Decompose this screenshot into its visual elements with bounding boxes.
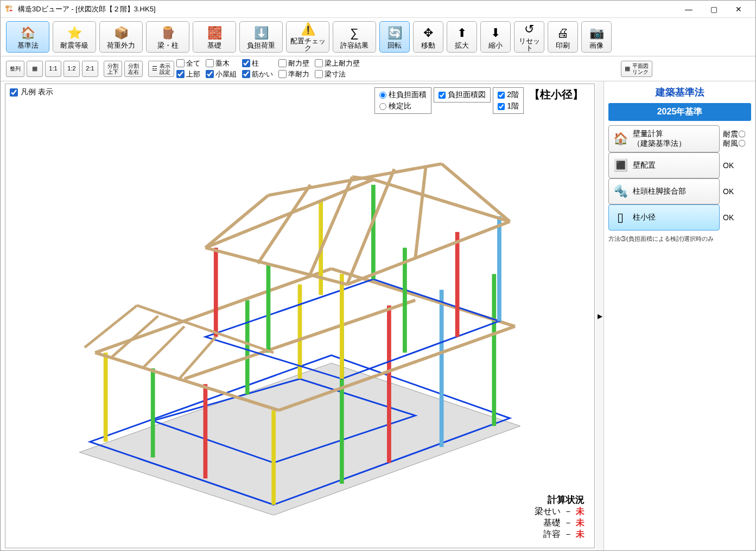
check-全て[interactable]: 全て (176, 59, 200, 68)
ratio-1:2[interactable]: 1:2 (63, 61, 80, 77)
ratio-2:1[interactable]: 2:1 (82, 61, 98, 77)
rpanel-note: 方法③(負担面積による検討)選択時のみ (608, 235, 751, 243)
toolbar-移動[interactable]: ✥移動 (413, 21, 443, 53)
calc-status-title: 計算状況 (535, 494, 585, 506)
svg-line-13 (95, 353, 278, 410)
回転-icon: 🔄 (385, 25, 404, 41)
window-title: 構造3Dビューア - [伏図次郎【２階】3.HK5] (18, 4, 676, 14)
rpanel-badge: 2025年基準 (608, 103, 751, 121)
svg-line-32 (205, 195, 268, 248)
rp-button-柱小径[interactable]: ▯柱小径 (608, 204, 720, 230)
view-title: 【柱小径】 (526, 87, 587, 102)
toolbar-拡大[interactable]: ⬆拡大 (447, 21, 477, 53)
svg-line-34 (310, 177, 352, 274)
svg-line-43 (179, 337, 216, 379)
rp-icon: 🔩 (612, 183, 628, 200)
display-settings-button[interactable]: ☲ 表示 設定 (148, 61, 174, 77)
svg-line-29 (373, 180, 510, 221)
toolbar-負担荷重[interactable]: ⬇️負担荷重 (239, 21, 283, 53)
close-button[interactable]: ✕ (726, 1, 751, 17)
toolbar-許容結果[interactable]: ∑許容結果 (333, 21, 376, 53)
toolbar-回転[interactable]: 🔄回転 (379, 21, 410, 53)
check-小屋組[interactable]: 小屋組 (206, 69, 237, 79)
印刷-icon: 🖨 (554, 25, 572, 41)
負担荷重-icon: ⬇️ (252, 25, 270, 41)
legend-label: 凡例 表示 (21, 87, 53, 97)
check-耐力壁[interactable]: 耐力壁 (278, 59, 309, 68)
rp-button-壁配置[interactable]: 🔳壁配置 (608, 152, 720, 178)
minimize-button[interactable]: ― (676, 1, 701, 17)
許容結果-icon: ∑ (345, 25, 364, 41)
main-toolbar: 🏠基準法⭐耐震等級📦荷重外力🪵梁・柱🧱基礎⬇️負担荷重⚠️配置チェック∑許容結果… (1, 18, 755, 56)
svg-line-37 (442, 164, 510, 221)
svg-line-31 (268, 164, 441, 195)
rp-item-壁量計算: 🏠壁量計算 （建築基準法）耐震〇 耐風〇 (608, 125, 751, 152)
calc-status: 計算状況 梁せい－未基礎－未許容－未 (535, 494, 585, 540)
toolbar-リセット[interactable]: ↺リセット (514, 21, 544, 53)
rp-button-柱頭柱脚接合部[interactable]: 🔩柱頭柱脚接合部 (608, 178, 720, 204)
svg-line-36 (415, 166, 425, 258)
リセット-icon: ↺ (520, 22, 538, 36)
titlebar: 🏗️ 構造3Dビューア - [伏図次郎【２階】3.HK5] ― ▢ ✕ (1, 1, 755, 18)
house-3d-scene (11, 117, 589, 515)
toolbar-荷重外力[interactable]: 📦荷重外力 (99, 21, 143, 53)
toolbar-梁・柱[interactable]: 🪵梁・柱 (146, 21, 189, 53)
check-筋かい[interactable]: 筋かい (242, 69, 273, 79)
梁・柱-icon: 🪵 (158, 25, 177, 41)
radio-柱負担面積[interactable]: 柱負担面積 (379, 90, 427, 100)
移動-icon: ✥ (419, 25, 437, 41)
配置チェック-icon: ⚠️ (298, 22, 317, 36)
viewport-3d[interactable]: 凡例 表示 柱負担面積検定比 負担面積図 2階1階 【柱小径】 (5, 84, 595, 548)
plan-link-button[interactable]: ▦ 平面図 リンク (621, 61, 652, 77)
toolbar-縮小[interactable]: ⬇縮小 (480, 21, 511, 53)
rp-status: OK (723, 213, 751, 222)
check-準耐力[interactable]: 準耐力 (278, 69, 309, 79)
基準法-icon: 🏠 (18, 25, 37, 41)
house-render (11, 117, 589, 515)
floor-checks: 2階1階 (493, 87, 524, 114)
縮小-icon: ⬇ (486, 25, 505, 41)
toolbar-基準法[interactable]: 🏠基準法 (6, 21, 49, 53)
rp-item-柱小径: ▯柱小径OK (608, 204, 751, 230)
align-button[interactable]: 整列 (6, 61, 24, 77)
right-panel: 建築基準法 2025年基準 🏠壁量計算 （建築基準法）耐震〇 耐風〇🔳壁配置OK… (603, 81, 755, 550)
split-lr-button[interactable]: 分割 左右 (124, 61, 143, 77)
荷重外力-icon: 📦 (112, 25, 130, 41)
status-row-許容: 許容－未 (535, 529, 585, 540)
rp-button-壁量計算[interactable]: 🏠壁量計算 （建築基準法） (608, 125, 720, 152)
check-柱[interactable]: 柱 (242, 59, 273, 68)
floor-2階[interactable]: 2階 (498, 90, 519, 100)
maximize-button[interactable]: ▢ (701, 1, 726, 17)
split-tb-button[interactable]: 分割 上下 (104, 61, 122, 77)
svg-line-27 (205, 248, 347, 285)
list-icon: ☲ (152, 65, 157, 72)
rp-status: OK (723, 161, 751, 170)
grid-layout-button[interactable]: ▦ (27, 61, 43, 77)
check-垂木[interactable]: 垂木 (206, 59, 237, 68)
check-梁上耐力壁[interactable]: 梁上耐力壁 (315, 59, 360, 68)
panel-collapse-handle[interactable]: ▶ (596, 81, 603, 550)
拡大-icon: ⬆ (453, 25, 471, 41)
toolbar-画像[interactable]: 📷画像 (581, 21, 612, 53)
area-diagram-box: 負担面積図 (434, 87, 491, 102)
radio-検定比[interactable]: 検定比 (379, 101, 427, 111)
toolbar-配置チェック[interactable]: ⚠️配置チェック (286, 21, 329, 53)
画像-icon: 📷 (587, 25, 606, 41)
toolbar-基礎[interactable]: 🧱基礎 (193, 21, 236, 53)
ratio-1:1[interactable]: 1:1 (45, 61, 61, 77)
toolbar-印刷[interactable]: 🖨印刷 (548, 21, 578, 53)
rp-status: OK (723, 187, 751, 196)
rpanel-title: 建築基準法 (608, 86, 751, 99)
toolbar-耐震等級[interactable]: ⭐耐震等級 (53, 21, 96, 53)
status-row-基礎: 基礎－未 (535, 517, 585, 529)
check-上部[interactable]: 上部 (176, 69, 200, 79)
area-diagram-check[interactable]: 負担面積図 (439, 90, 486, 100)
rp-icon: ▯ (612, 209, 628, 226)
column-mode-radios: 柱負担面積検定比 (374, 87, 431, 114)
floor-1階[interactable]: 1階 (498, 101, 519, 111)
app-icon: 🏗️ (5, 4, 15, 14)
基礎-icon: 🧱 (205, 25, 224, 41)
rp-status: 耐震〇 耐風〇 (723, 130, 751, 148)
legend-toggle[interactable]: 凡例 表示 (10, 87, 53, 97)
check-梁寸法[interactable]: 梁寸法 (315, 69, 360, 79)
